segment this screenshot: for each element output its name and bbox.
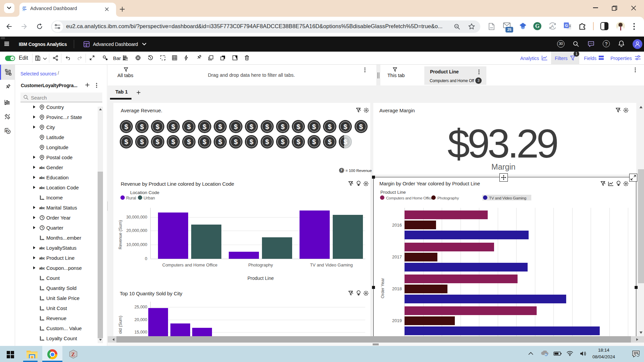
svg-text:Z: Z [71,352,75,357]
svg-text:G: G [565,23,568,27]
svg-text:A: A [551,24,554,29]
svg-text:31: 31 [85,44,87,47]
